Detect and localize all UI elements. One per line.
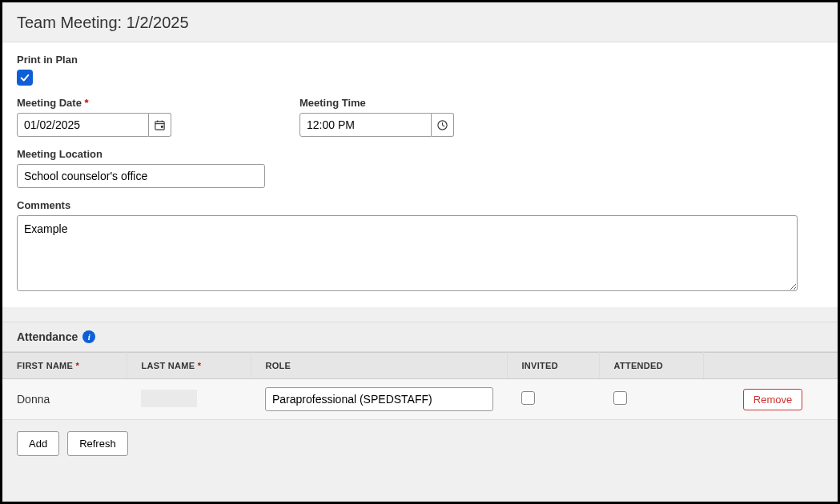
table-row: Donna Remove (2, 379, 838, 420)
meeting-date-input[interactable] (17, 113, 149, 137)
clock-icon (436, 119, 448, 131)
col-header-actions (703, 353, 838, 379)
col-header-first-name: FIRST NAME * (2, 353, 127, 379)
print-in-plan-checkbox[interactable] (17, 70, 33, 86)
role-cell (251, 379, 507, 420)
redacted-placeholder (141, 390, 197, 407)
col-header-invited: INVITED (507, 353, 599, 379)
role-input[interactable] (265, 387, 493, 411)
svg-rect-4 (161, 125, 163, 127)
attended-cell (599, 379, 703, 420)
meeting-date-label: Meeting Date * (17, 97, 171, 109)
meeting-time-label: Meeting Time (299, 97, 454, 109)
invited-checkbox[interactable] (521, 391, 535, 405)
attendance-table: FIRST NAME * LAST NAME * ROLE INVITED AT… (2, 352, 838, 420)
required-indicator: * (198, 361, 202, 370)
print-in-plan-label: Print in Plan (17, 54, 823, 66)
required-indicator: * (85, 97, 89, 109)
refresh-button[interactable]: Refresh (67, 431, 128, 456)
invited-cell (507, 379, 599, 420)
meeting-location-input[interactable] (17, 164, 265, 188)
calendar-icon (154, 119, 166, 131)
remove-button[interactable]: Remove (743, 389, 802, 410)
dialog-frame: Team Meeting: 1/2/2025 Print in Plan Mee… (0, 0, 840, 504)
info-icon[interactable]: i (82, 330, 95, 343)
actions-cell: Remove (703, 379, 838, 420)
comments-label: Comments (17, 199, 823, 211)
first-name-cell: Donna (2, 379, 127, 420)
calendar-picker-button[interactable] (149, 113, 171, 137)
meeting-location-label: Meeting Location (17, 148, 823, 160)
svg-line-7 (443, 125, 444, 126)
comments-textarea[interactable] (17, 215, 798, 291)
required-indicator: * (76, 361, 80, 370)
col-header-last-name: LAST NAME * (127, 353, 251, 379)
attendance-section-header: Attendance i (2, 322, 838, 352)
divider-band (2, 307, 838, 322)
last-name-cell (127, 379, 251, 420)
meeting-time-input[interactable] (299, 113, 432, 137)
attendance-section-label: Attendance (17, 330, 78, 343)
form-panel: Print in Plan Meeting Date * (2, 42, 838, 307)
time-picker-button[interactable] (432, 113, 454, 137)
col-header-role: ROLE (251, 353, 507, 379)
attended-checkbox[interactable] (613, 391, 627, 405)
page-title: Team Meeting: 1/2/2025 (2, 2, 838, 42)
add-button[interactable]: Add (17, 431, 59, 456)
attendance-panel: Attendance i FIRST NAME * LAST NAME * RO… (2, 322, 838, 470)
col-header-attended: ATTENDED (599, 353, 703, 379)
check-icon (19, 72, 30, 83)
